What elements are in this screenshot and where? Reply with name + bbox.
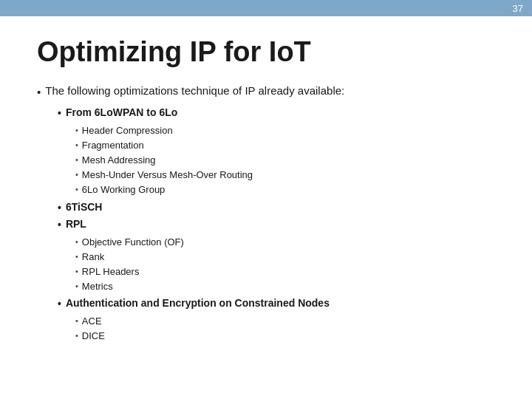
section-label: From 6LoWPAN to 6Lo xyxy=(66,106,177,118)
section-dot: • xyxy=(58,106,61,121)
section-rpl: • RPL • Objective Function (OF) • Rank •… xyxy=(58,218,495,294)
main-bullet: • The following optimizations technique … xyxy=(37,84,495,101)
section-rpl-title: • RPL xyxy=(58,218,495,233)
slide-title: Optimizing IP for IoT xyxy=(37,37,495,68)
section-6lowpan: • From 6LoWPAN to 6Lo • Header Compressi… xyxy=(58,106,495,197)
slide-number: 37 xyxy=(513,3,523,14)
item-dot: • xyxy=(75,279,78,293)
item-text: Metrics xyxy=(82,279,113,294)
item-text: Mesh-Under Versus Mesh-Over Routing xyxy=(82,168,253,183)
section-6lowpan-title: • From 6LoWPAN to 6Lo xyxy=(58,106,495,121)
item-dot: • xyxy=(75,183,78,197)
item-text: DICE xyxy=(82,329,105,344)
list-item: • Header Compression xyxy=(75,123,495,138)
list-item: • 6Lo Working Group xyxy=(75,183,495,197)
main-bullet-text: The following optimizations technique of… xyxy=(45,84,344,97)
list-item: • Fragmentation xyxy=(75,138,495,153)
section-label: 6TiSCH xyxy=(66,201,103,213)
item-text: Rank xyxy=(82,250,104,265)
section-auth-title: • Authentication and Encryption on Const… xyxy=(58,297,495,312)
section-dot: • xyxy=(58,201,61,216)
list-item: • Metrics xyxy=(75,279,495,294)
list-item: • RPL Headers xyxy=(75,265,495,279)
list-item: • Mesh-Under Versus Mesh-Over Routing xyxy=(75,168,495,183)
item-text: Mesh Addressing xyxy=(82,153,156,168)
section-6lowpan-items: • Header Compression • Fragmentation • M… xyxy=(75,123,495,198)
item-dot: • xyxy=(75,329,78,343)
item-dot: • xyxy=(75,123,78,137)
section-auth: • Authentication and Encryption on Const… xyxy=(58,297,495,344)
section-label: RPL xyxy=(66,218,86,230)
item-dot: • xyxy=(75,314,78,328)
item-text: ACE xyxy=(82,314,102,329)
item-dot: • xyxy=(75,153,78,167)
item-text: Fragmentation xyxy=(82,138,144,153)
section-auth-items: • ACE • DICE xyxy=(75,314,495,344)
item-text: 6Lo Working Group xyxy=(82,183,166,197)
list-item: • ACE xyxy=(75,314,495,329)
list-item: • DICE xyxy=(75,329,495,344)
item-dot: • xyxy=(75,168,78,182)
item-dot: • xyxy=(75,250,78,264)
list-item: • Rank xyxy=(75,250,495,265)
item-text: Objective Function (OF) xyxy=(82,235,184,250)
item-dot: • xyxy=(75,235,78,249)
main-bullet-dot: • xyxy=(37,84,41,101)
item-text: RPL Headers xyxy=(82,265,140,279)
section-dot: • xyxy=(58,218,61,233)
section-dot: • xyxy=(58,297,61,312)
top-bar: 37 xyxy=(0,0,532,16)
section-label: Authentication and Encryption on Constra… xyxy=(66,297,330,309)
item-dot: • xyxy=(75,138,78,152)
item-text: Header Compression xyxy=(82,123,173,138)
item-dot: • xyxy=(75,265,78,279)
content-area: Optimizing IP for IoT • The following op… xyxy=(0,16,532,361)
slide-container: 37 Optimizing IP for IoT • The following… xyxy=(0,0,532,399)
list-item: • Mesh Addressing xyxy=(75,153,495,168)
section-rpl-items: • Objective Function (OF) • Rank • RPL H… xyxy=(75,235,495,295)
section-6tisch-title: • 6TiSCH xyxy=(58,201,495,216)
section-6tisch: • 6TiSCH xyxy=(58,201,495,216)
list-item: • Objective Function (OF) xyxy=(75,235,495,250)
